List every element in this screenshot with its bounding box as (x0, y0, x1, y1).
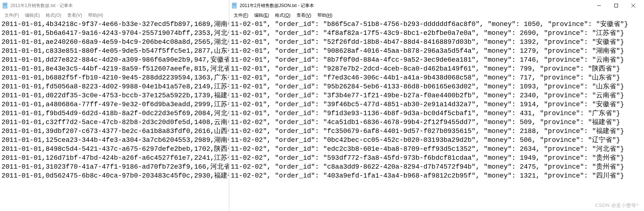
text-content-right[interactable]: 11-02-01", "order_id": "b86f5ca7-51b8-47… (229, 19, 644, 211)
menu-edit[interactable]: 编辑(E) (251, 12, 272, 19)
menu-help[interactable]: 帮助(H) (85, 12, 106, 19)
window-title-left: 2011年1月销售数据.txt - 记事本 (10, 3, 73, 9)
menu-file[interactable]: 文件(F) (1, 12, 22, 19)
minimize-button[interactable] (590, 0, 608, 11)
menubar-left: 文件(F) 编辑(E) 格式(O) 查看(V) 帮助(H) (0, 11, 229, 19)
window-controls (590, 0, 642, 11)
menu-format[interactable]: 格式(O) (272, 12, 293, 19)
titlebar-left[interactable]: 2011年1月销售数据.txt - 记事本 (0, 0, 229, 11)
notepad-icon (232, 3, 237, 9)
svg-rect-9 (615, 4, 618, 7)
menu-help[interactable]: 帮助(H) (314, 12, 336, 19)
menu-edit[interactable]: 编辑(E) (22, 12, 43, 19)
notepad-window-left: 2011年1月销售数据.txt - 记事本 文件(F) 编辑(E) 格式(O) … (0, 0, 229, 211)
close-button[interactable] (625, 0, 642, 11)
maximize-button[interactable] (608, 0, 625, 11)
titlebar-right[interactable]: 2011年2月销售数据JSON.txt - 记事本 (229, 0, 644, 11)
notepad-window-right: 2011年2月销售数据JSON.txt - 记事本 文件(F) 编辑(E) 格式… (229, 0, 644, 211)
text-content-left[interactable]: 2011-01-01,4b34218c-9f37-4e66-b33e-327ec… (0, 19, 229, 211)
menu-view[interactable]: 查看(V) (294, 12, 314, 19)
menu-file[interactable]: 文件(F) (231, 12, 251, 19)
notepad-icon (2, 3, 8, 9)
menu-view[interactable]: 查看(V) (64, 12, 85, 19)
menubar-right: 文件(F) 编辑(E) 格式(O) 查看(V) 帮助(H) (229, 11, 644, 19)
window-title-right: 2011年2月销售数据JSON.txt - 记事本 (240, 3, 314, 9)
menu-format[interactable]: 格式(O) (43, 12, 64, 19)
